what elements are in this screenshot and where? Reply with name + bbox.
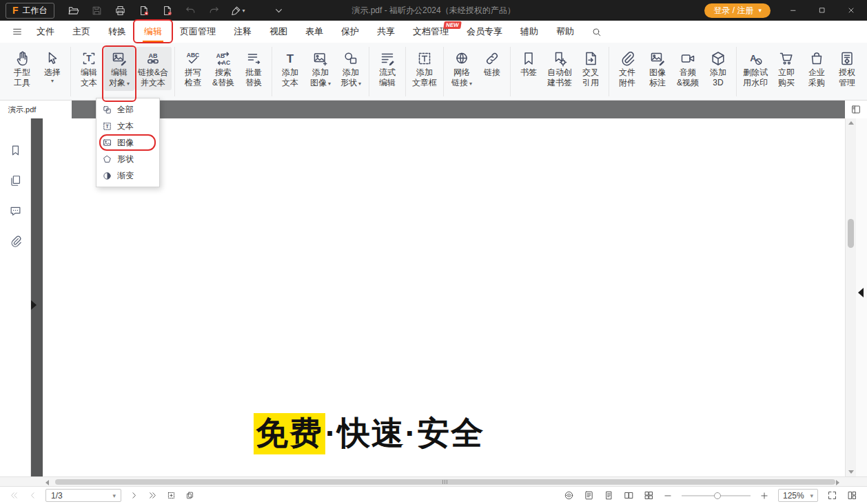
undo-icon[interactable] (183, 2, 199, 19)
horizontal-scrollbar[interactable] (0, 476, 867, 486)
menu-tab-convert[interactable]: 转换 (101, 21, 133, 43)
ribbon-btn-label: 附件 (619, 78, 635, 88)
fit-screen-icon[interactable] (827, 490, 837, 501)
ribbon-btn-batch-replace[interactable]: 批量替换 (238, 47, 269, 90)
scroll-up-icon[interactable] (848, 121, 854, 125)
ribbon-btn-enterprise-purchase[interactable]: 企业采购 (802, 47, 832, 90)
menu-tab-member[interactable]: 会员专享 (460, 21, 509, 43)
open-file-icon[interactable] (65, 2, 82, 19)
zoom-in-icon[interactable] (759, 491, 769, 501)
ribbon-btn-add-article-box[interactable]: 添加文章框 (409, 47, 440, 90)
dropdown-item-image[interactable]: 图像 (96, 134, 159, 151)
ribbon-btn-remove-trial-watermark[interactable]: A删除试用水印 (740, 47, 771, 90)
ribbon-btn-search-replace[interactable]: ABAC搜索&替换 (208, 47, 238, 90)
menu-tab-file[interactable]: 文件 (30, 21, 61, 43)
dropdown-item-all[interactable]: 全部 (96, 101, 159, 118)
sidebar-pages-panel-icon[interactable] (7, 172, 23, 189)
sidebar-toggle[interactable] (31, 300, 37, 310)
ribbon-btn-web-link[interactable]: 网络链接▾ (447, 47, 477, 91)
last-page-icon[interactable] (148, 491, 157, 500)
zoom-out-icon[interactable] (663, 491, 673, 501)
zoom-level-box[interactable]: 125% ▾ (778, 489, 818, 502)
ribbon-btn-edit-object[interactable]: 编辑对象▾ (104, 47, 134, 91)
page-number-box[interactable]: 1/3 ▾ (45, 489, 121, 502)
ribbon-btn-edit-text[interactable]: T编辑文本 (74, 47, 104, 90)
ribbon-btn-auto-bookmark[interactable]: 自动创建书签 (544, 47, 575, 90)
ribbon-btn-spell-check[interactable]: ABC拼写检查 (178, 47, 208, 90)
ribbon-btn-add-image[interactable]: 添加图像▾ (305, 47, 336, 91)
ribbon-btn-bookmark[interactable]: 书签 (513, 47, 544, 80)
ribbon-btn-label: &视频 (677, 78, 699, 88)
redo-icon[interactable] (206, 2, 223, 19)
page-layout-icon[interactable] (845, 101, 867, 118)
dropdown-item-text[interactable]: T文本 (96, 118, 159, 134)
grid-page-view-icon[interactable] (644, 490, 654, 501)
right-panel-toggle[interactable] (858, 288, 864, 297)
snapshot-icon[interactable] (167, 491, 176, 500)
next-page-icon[interactable] (130, 491, 139, 500)
panel-layout-icon[interactable] (847, 490, 857, 501)
ribbon-btn-hand-tool[interactable]: 手型工具 (7, 47, 37, 90)
ribbon-btn-license-manage[interactable]: 授权管理 (832, 47, 862, 90)
ribbon-btn-audio-video[interactable]: 音频&视频 (673, 47, 703, 90)
minimize-button[interactable] (783, 0, 804, 21)
facing-page-view-icon[interactable] (624, 490, 634, 501)
scroll-right-icon[interactable] (836, 480, 839, 485)
menu-tab-page-manage[interactable]: 页面管理 (173, 21, 223, 43)
prev-page-icon[interactable] (28, 491, 37, 500)
sidebar-comments-panel-icon[interactable] (7, 202, 23, 219)
dropdown-item-gradient[interactable]: 渐变 (96, 167, 159, 184)
menu-tab-edit[interactable]: 编辑 (137, 21, 169, 43)
close-button[interactable] (841, 0, 861, 21)
menu-tab-comment[interactable]: 注释 (227, 21, 258, 43)
document-tab[interactable]: 演示.pdf (0, 101, 72, 118)
login-button[interactable]: 登录 / 注册 ▾ (704, 3, 771, 18)
vertical-scrollbar[interactable] (845, 118, 856, 476)
menu-tab-doc-manage[interactable]: 文档管理NEW (406, 21, 456, 43)
menu-tab-form[interactable]: 表单 (298, 21, 330, 43)
ribbon-btn-buy-now[interactable]: 立即购买 (771, 47, 802, 90)
dropdown-item-shape[interactable]: 形状 (96, 151, 159, 167)
zoom-slider-thumb[interactable] (714, 492, 721, 499)
ribbon-btn-link[interactable]: 链接 (477, 47, 507, 80)
create-pdf-combine-icon[interactable] (159, 2, 176, 19)
zoom-slider[interactable] (682, 495, 751, 496)
toolbar-more-icon[interactable] (271, 2, 287, 19)
pen-tool-icon[interactable]: ▾ (229, 2, 246, 19)
read-mode-icon[interactable] (564, 490, 574, 501)
ribbon-btn-file-attachment[interactable]: 文件附件 (612, 47, 642, 90)
ribbon-btn-link-merge-text[interactable]: AB链接&合并文本 (134, 47, 172, 90)
menu-tab-assist[interactable]: 辅助 (513, 21, 545, 43)
menu-tab-share[interactable]: 共享 (370, 21, 402, 43)
copy-pages-icon[interactable] (185, 491, 194, 500)
maximize-button[interactable] (812, 0, 833, 21)
horizontal-scroll-thumb[interactable] (55, 479, 835, 485)
ribbon-btn-add-shape[interactable]: 添加形状▾ (336, 47, 366, 91)
ribbon-btn-label: 拼写 (185, 67, 201, 78)
first-page-icon[interactable] (10, 491, 19, 500)
menu-tab-protect[interactable]: 保护 (334, 21, 366, 43)
menu-tab-view[interactable]: 视图 (263, 21, 294, 43)
workspace-button[interactable]: F 工作台 (6, 3, 54, 19)
menu-tab-help[interactable]: 帮助 (549, 21, 581, 43)
hamburger-icon[interactable] (10, 24, 25, 39)
ribbon-btn-image-annotation[interactable]: 图像标注 (642, 47, 673, 90)
vertical-scroll-thumb[interactable] (848, 219, 854, 248)
ribbon-btn-flow-edit[interactable]: 流式编辑 (372, 47, 402, 90)
print-icon[interactable] (112, 2, 129, 19)
create-pdf-icon[interactable] (136, 2, 152, 19)
scroll-down-icon[interactable] (848, 470, 854, 474)
menu-tab-home[interactable]: 主页 (65, 21, 97, 43)
save-file-icon[interactable] (89, 2, 105, 19)
sidebar-bookmarks-panel-icon[interactable] (7, 142, 23, 158)
ribbon-btn-add-3d[interactable]: 添加3D (703, 47, 733, 90)
ribbon-btn-add-text[interactable]: T添加文本 (275, 47, 305, 90)
doc-view-icon[interactable] (584, 490, 594, 501)
scroll-left-icon[interactable] (45, 480, 49, 485)
ribbon-btn-select[interactable]: 选择▾ (37, 47, 68, 86)
search-icon[interactable] (589, 24, 604, 39)
globe-icon (453, 49, 470, 67)
single-page-view-icon[interactable] (604, 490, 614, 501)
sidebar-attachments-panel-icon[interactable] (7, 233, 23, 249)
ribbon-btn-cross-reference[interactable]: 交叉引用 (575, 47, 606, 90)
